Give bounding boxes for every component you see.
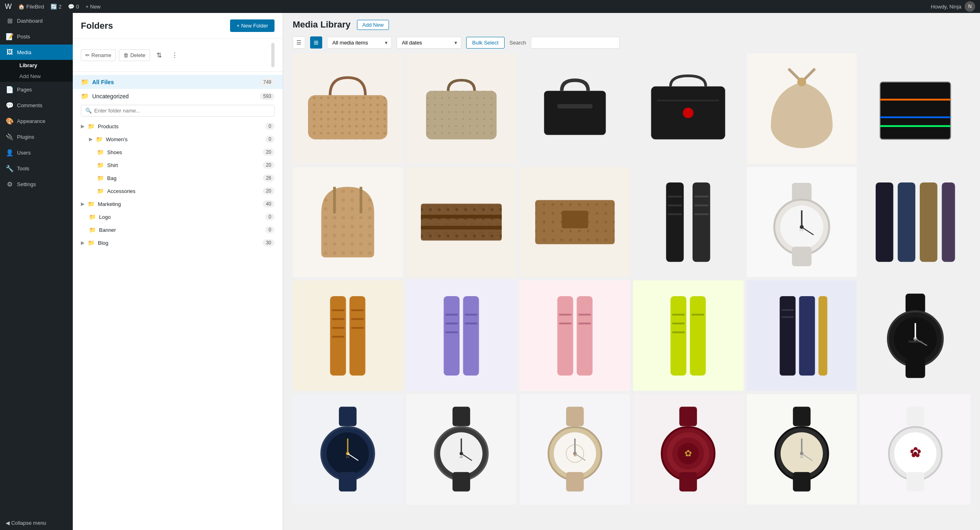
add-new-button[interactable]: Add New xyxy=(357,20,389,30)
comments-menu-item[interactable]: 💬 0 xyxy=(68,4,79,10)
svg-rect-11 xyxy=(657,100,719,102)
media-item[interactable] xyxy=(406,280,517,391)
folder-womens[interactable]: ▶ 📁 Women's 0 xyxy=(73,133,283,146)
svg-rect-63 xyxy=(446,331,458,333)
media-item[interactable] xyxy=(406,167,517,278)
svg-rect-1 xyxy=(308,95,387,140)
more-options-button[interactable]: ⋮ xyxy=(168,49,181,61)
media-item[interactable]: ✿ xyxy=(860,394,970,505)
svg-rect-78 xyxy=(779,296,795,375)
list-view-button[interactable]: ☰ xyxy=(293,36,305,49)
wp-logo[interactable]: W xyxy=(5,2,12,11)
media-item[interactable] xyxy=(520,280,630,391)
sidebar-item-comments[interactable]: 💬 Comments xyxy=(0,98,73,113)
svg-rect-37 xyxy=(695,213,709,215)
svg-text:✿: ✿ xyxy=(909,444,921,460)
sidebar-item-users[interactable]: 👤 Users xyxy=(0,145,73,161)
svg-rect-69 xyxy=(559,322,571,324)
media-item[interactable] xyxy=(747,280,857,391)
media-item[interactable] xyxy=(633,167,743,278)
svg-rect-57 xyxy=(351,318,364,320)
media-item[interactable] xyxy=(747,53,857,164)
folder-icon: 📁 xyxy=(88,201,95,207)
media-type-filter[interactable]: All media items Images Audio Video Docum… xyxy=(327,37,392,49)
folders-toolbar: ✏ Rename 🗑 Delete ⇅ ⋮ xyxy=(73,39,283,72)
media-item[interactable] xyxy=(293,167,403,278)
scroll-handle[interactable] xyxy=(271,43,275,67)
media-item[interactable]: LV xyxy=(747,394,857,505)
sidebar-item-plugins[interactable]: 🔌 Plugins xyxy=(0,129,73,145)
home-icon: 🏠 xyxy=(18,4,25,10)
all-files-folder[interactable]: 📁 All Files 749 xyxy=(73,75,283,89)
folder-products[interactable]: ▶ 📁 Products 0 xyxy=(73,120,283,133)
avatar[interactable]: N xyxy=(965,1,975,12)
folder-icon: 📁 xyxy=(89,227,96,233)
grid-view-button[interactable]: ⊞ xyxy=(310,36,322,49)
svg-rect-14 xyxy=(880,82,950,140)
svg-rect-52 xyxy=(332,309,344,311)
svg-rect-7 xyxy=(544,91,606,135)
sidebar-item-dashboard[interactable]: ⊞ Dashboard xyxy=(0,13,73,29)
sidebar: ⊞ Dashboard 📝 Posts 🖼 Media Library Add … xyxy=(0,13,73,530)
rename-button[interactable]: ✏ Rename xyxy=(81,49,116,61)
sidebar-item-posts[interactable]: 📝 Posts xyxy=(0,29,73,45)
svg-rect-66 xyxy=(557,296,573,375)
media-item[interactable] xyxy=(860,53,970,164)
media-item[interactable] xyxy=(860,167,970,278)
svg-text:✿: ✿ xyxy=(684,448,692,458)
folder-logo[interactable]: 📁 Logo 0 xyxy=(73,210,283,223)
sidebar-item-appearance[interactable]: 🎨 Appearance xyxy=(0,113,73,129)
svg-rect-76 xyxy=(672,331,685,333)
media-item[interactable] xyxy=(293,280,403,391)
svg-rect-49 xyxy=(942,182,955,262)
search-input[interactable] xyxy=(531,37,620,49)
media-icon: 🖼 xyxy=(6,49,14,56)
folder-banner[interactable]: 📁 Banner 0 xyxy=(73,223,283,236)
rename-icon: ✏ xyxy=(85,52,90,58)
collapse-menu-button[interactable]: ◀ Collapse menu xyxy=(0,516,73,530)
new-menu-item[interactable]: + New xyxy=(86,4,101,10)
folder-bag[interactable]: 📁 Bag 26 xyxy=(73,172,283,184)
svg-rect-62 xyxy=(446,322,458,324)
updates-menu-item[interactable]: 🔄 2 xyxy=(51,4,61,10)
media-item[interactable]: LV xyxy=(747,167,857,278)
uncategorized-folder[interactable]: 📁 Uncategorized 593 xyxy=(73,89,283,103)
media-item[interactable]: LV xyxy=(406,394,517,505)
folder-expand-icon: ▶ xyxy=(81,123,84,129)
media-item[interactable] xyxy=(293,53,403,164)
media-item[interactable]: ✿ xyxy=(633,394,743,505)
folder-blog[interactable]: ▶ 📁 Blog 30 xyxy=(73,236,283,249)
svg-rect-64 xyxy=(465,314,477,315)
folder-marketing[interactable]: ▶ 📁 Marketing 40 xyxy=(73,197,283,210)
svg-rect-75 xyxy=(672,322,685,324)
folders-list: 📁 All Files 749 📁 Uncategorized 593 🔍 xyxy=(73,72,283,530)
bulk-select-button[interactable]: Bulk Select xyxy=(466,37,505,49)
folders-header: Folders + New Folder xyxy=(73,13,283,39)
sidebar-item-media[interactable]: 🖼 Media xyxy=(0,45,73,60)
date-filter[interactable]: All dates 2024 2023 2022 xyxy=(397,37,461,49)
delete-button[interactable]: 🗑 Delete xyxy=(119,49,150,61)
media-item[interactable]: TAMBOUR xyxy=(860,280,970,391)
sidebar-item-pages[interactable]: 📄 Pages xyxy=(0,82,73,98)
sidebar-item-settings[interactable]: ⚙ Settings xyxy=(0,176,73,192)
filebird-menu-item[interactable]: 🏠 FileBird xyxy=(18,4,44,10)
folder-shirt[interactable]: 📁 Shirt 20 xyxy=(73,159,283,172)
media-item[interactable] xyxy=(520,53,630,164)
folder-icon: 📁 xyxy=(97,188,104,194)
sort-button[interactable]: ⇅ xyxy=(153,49,165,61)
sidebar-sub-add-new[interactable]: Add New xyxy=(0,71,73,82)
media-item[interactable]: LV xyxy=(293,394,403,505)
media-item[interactable]: ✿ xyxy=(520,394,630,505)
media-item[interactable] xyxy=(406,53,517,164)
folder-search-input[interactable] xyxy=(94,108,270,114)
folder-shoes[interactable]: 📁 Shoes 20 xyxy=(73,146,283,159)
media-panel: Media Library Add New ☰ ⊞ All media item… xyxy=(283,13,980,530)
svg-rect-46 xyxy=(876,182,893,262)
sidebar-sub-library[interactable]: Library xyxy=(0,60,73,71)
new-folder-button[interactable]: + New Folder xyxy=(230,19,275,32)
folder-accessories[interactable]: 📁 Accessories 20 xyxy=(73,184,283,197)
media-item[interactable] xyxy=(633,53,743,164)
media-item[interactable] xyxy=(520,167,630,278)
media-item[interactable] xyxy=(633,280,743,391)
sidebar-item-tools[interactable]: 🔧 Tools xyxy=(0,161,73,176)
